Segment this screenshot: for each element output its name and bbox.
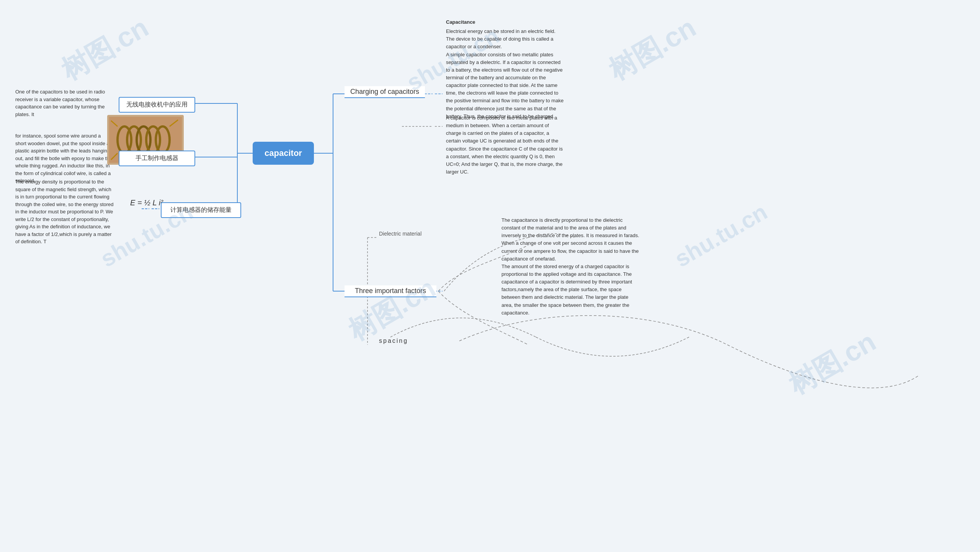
formula-text: E = ½ L i² <box>130 198 163 207</box>
text-three-factors: The capacitance is directly proportional… <box>501 216 639 317</box>
center-label: capacitor <box>265 148 302 158</box>
sub-spacing: spacing <box>379 336 408 346</box>
watermark-6: shu.tu.cn <box>670 198 772 272</box>
watermark-7: 树图.cn <box>782 323 883 403</box>
three-label: Three important factors <box>355 287 426 295</box>
branch-three[interactable]: Three important factors <box>345 285 436 297</box>
branch-jisuan[interactable]: 计算电感器的储存能量 <box>161 202 241 218</box>
text-shougong: for instance, spool some wire around a s… <box>15 132 113 185</box>
text-jisuan: The energy density is proportional to th… <box>15 178 115 246</box>
text-capacitance: Capacitance Electrical energy can be sto… <box>446 18 565 120</box>
branch-wuxian-label: 无线电接收机中的应用 <box>126 101 188 109</box>
charging-label: Charging of capacitors <box>350 88 419 96</box>
watermark-5: 树图.cn <box>602 9 703 88</box>
formula-display: E = ½ L i² <box>130 198 163 207</box>
capacitance-title: Capacitance <box>446 18 565 26</box>
branch-jisuan-label: 计算电感器的储存能量 <box>170 206 232 214</box>
watermark-1: 树图.cn <box>55 9 155 88</box>
branch-shougong-label: 手工制作电感器 <box>136 154 178 162</box>
branch-wuxian[interactable]: 无线电接收机中的应用 <box>119 97 195 113</box>
branch-shougong[interactable]: 手工制作电感器 <box>119 151 195 166</box>
center-node[interactable]: capacitor <box>253 142 314 165</box>
text-capacitor2: A capacitor is composed of two metal pla… <box>446 114 565 176</box>
text-wuxian: One of the capacitors to be used in radi… <box>15 88 115 118</box>
sub-dielectric: Dielectric material <box>379 230 421 238</box>
branch-charging[interactable]: Charging of capacitors <box>345 86 425 98</box>
